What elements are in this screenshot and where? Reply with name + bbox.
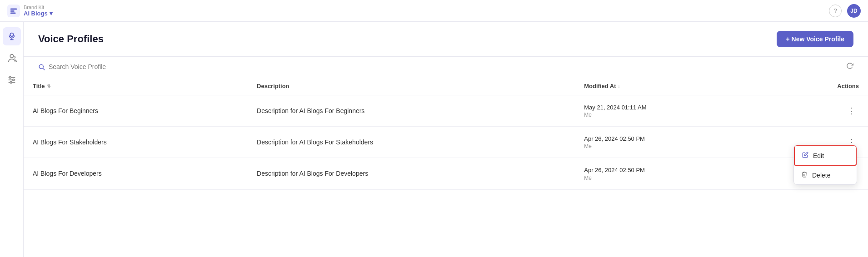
brand-icon bbox=[7, 5, 20, 17]
page-header: Voice Profiles + New Voice Profile bbox=[24, 22, 868, 57]
svg-rect-1 bbox=[10, 10, 15, 12]
cell-modified-at: May 21, 2024 01:11 AM Me bbox=[575, 95, 771, 127]
svg-rect-2 bbox=[10, 12, 16, 14]
brand-kit-label: Brand Kit bbox=[24, 5, 53, 10]
top-nav: Brand Kit AI Blogs ▾ ? JD bbox=[0, 0, 868, 22]
chevron-down-icon: ▾ bbox=[50, 10, 53, 17]
sidebar-item-users[interactable] bbox=[3, 49, 21, 67]
search-wrap bbox=[38, 63, 140, 70]
cell-modified-at: Apr 26, 2024 02:50 PM Me bbox=[575, 158, 771, 189]
main-content: Voice Profiles + New Voice Profile bbox=[24, 22, 868, 257]
table-container: Title ⇅ Description Modified At ↓ bbox=[24, 77, 868, 257]
search-icon bbox=[38, 64, 45, 70]
cell-actions: ⋮ Edit bbox=[771, 127, 868, 158]
voice-profiles-table: Title ⇅ Description Modified At ↓ bbox=[24, 77, 868, 190]
delete-menu-item[interactable]: Delete bbox=[794, 166, 857, 184]
help-button[interactable]: ? bbox=[829, 5, 842, 17]
search-input[interactable] bbox=[49, 63, 140, 70]
col-modified-at: Modified At ↓ bbox=[575, 77, 771, 95]
brand-kit-name[interactable]: AI Blogs ▾ bbox=[24, 10, 53, 17]
trash-icon bbox=[801, 171, 808, 179]
new-voice-profile-button[interactable]: + New Voice Profile bbox=[777, 31, 853, 47]
svg-line-14 bbox=[43, 68, 45, 70]
edit-menu-item[interactable]: Edit bbox=[794, 145, 857, 166]
cell-description: Description for AI Blogs For Developers bbox=[248, 158, 575, 189]
top-nav-right: ? JD bbox=[829, 4, 861, 18]
table-row: AI Blogs For Developers Description for … bbox=[24, 158, 868, 189]
context-menu: Edit Delete bbox=[793, 145, 857, 185]
svg-point-13 bbox=[39, 64, 43, 69]
search-area bbox=[24, 57, 868, 77]
page-title: Voice Profiles bbox=[38, 33, 104, 45]
svg-point-6 bbox=[10, 54, 13, 58]
sidebar bbox=[0, 22, 24, 257]
svg-rect-0 bbox=[10, 8, 17, 10]
cell-title: AI Blogs For Stakeholders bbox=[24, 127, 248, 158]
layout: Voice Profiles + New Voice Profile bbox=[0, 22, 868, 257]
refresh-button[interactable] bbox=[846, 62, 853, 71]
col-description: Description bbox=[248, 77, 575, 95]
brand-text: Brand Kit AI Blogs ▾ bbox=[24, 5, 53, 17]
cell-description: Description for AI Blogs For Stakeholder… bbox=[248, 127, 575, 158]
cell-title: AI Blogs For Beginners bbox=[24, 95, 248, 127]
edit-label: Edit bbox=[813, 152, 824, 159]
svg-point-12 bbox=[10, 82, 12, 84]
cell-modified-at: Apr 26, 2024 02:50 PM Me bbox=[575, 127, 771, 158]
delete-label: Delete bbox=[812, 172, 830, 179]
pencil-icon bbox=[802, 152, 808, 159]
table-header: Title ⇅ Description Modified At ↓ bbox=[24, 77, 868, 95]
col-title: Title ⇅ bbox=[24, 77, 248, 95]
cell-description: Description for AI Blogs For Beginners bbox=[248, 95, 575, 127]
title-sort-icon[interactable]: ⇅ bbox=[47, 84, 50, 89]
modified-sort-icon[interactable]: ↓ bbox=[618, 84, 620, 89]
avatar: JD bbox=[847, 4, 861, 18]
svg-point-11 bbox=[12, 79, 14, 81]
table-row: AI Blogs For Beginners Description for A… bbox=[24, 95, 868, 127]
table-body: AI Blogs For Beginners Description for A… bbox=[24, 95, 868, 190]
svg-point-10 bbox=[9, 77, 11, 79]
cell-title: AI Blogs For Developers bbox=[24, 158, 248, 189]
brand-section: Brand Kit AI Blogs ▾ bbox=[7, 5, 53, 17]
actions-menu-button[interactable]: ⋮ bbox=[843, 105, 859, 117]
table-row: AI Blogs For Stakeholders Description fo… bbox=[24, 127, 868, 158]
col-actions: Actions bbox=[771, 77, 868, 95]
sidebar-item-voice[interactable] bbox=[3, 27, 21, 45]
cell-actions: ⋮ bbox=[771, 95, 868, 127]
sidebar-item-settings[interactable] bbox=[3, 71, 21, 89]
